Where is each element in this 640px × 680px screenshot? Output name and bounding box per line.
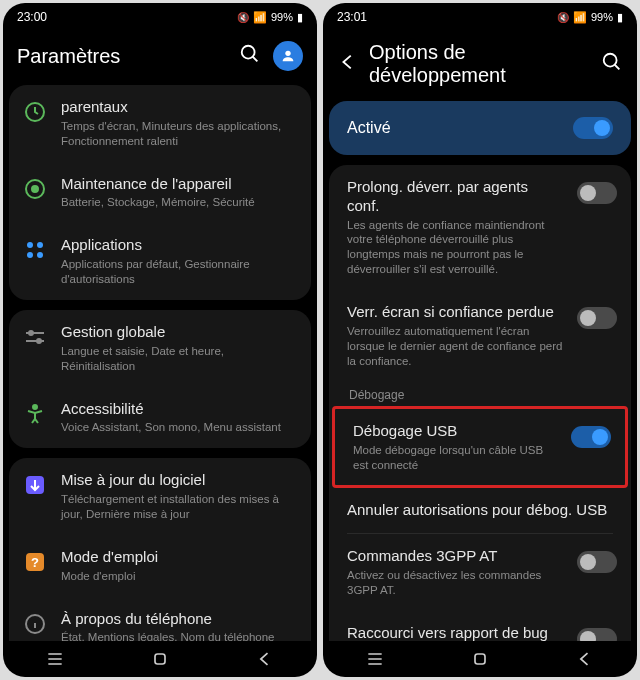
page-title: Paramètres xyxy=(17,45,233,68)
account-avatar[interactable] xyxy=(273,41,303,71)
row-bugreport-shortcut[interactable]: Raccourci vers rapport de bugInclure un … xyxy=(329,611,631,641)
svg-point-12 xyxy=(29,331,33,335)
section-label: Débogage xyxy=(329,382,631,406)
row-subtitle: Applications par défaut, Gestionnaire d'… xyxy=(61,257,297,287)
battery-icon: ▮ xyxy=(297,11,303,24)
info-icon xyxy=(23,612,47,636)
master-toggle[interactable] xyxy=(573,117,613,139)
settings-row-apps[interactable]: ApplicationsApplications par défaut, Ges… xyxy=(9,223,311,300)
row-lock-on-trust-lost[interactable]: Verr. écran si confiance perdueVerrouill… xyxy=(329,290,631,382)
row-subtitle: État, Mentions légales, Nom du téléphone xyxy=(61,630,297,641)
settings-row-update[interactable]: Mise à jour du logicielTéléchargement et… xyxy=(9,458,311,535)
row-title: Commandes 3GPP AT xyxy=(347,547,563,566)
battery-icon: ▮ xyxy=(617,11,623,24)
home-button[interactable] xyxy=(150,649,170,669)
settings-row-device-care[interactable]: Maintenance de l'appareilBatterie, Stock… xyxy=(9,162,311,224)
clock: 23:01 xyxy=(337,10,367,24)
row-title: À propos du téléphone xyxy=(61,610,297,629)
svg-point-14 xyxy=(33,405,37,409)
svg-point-5 xyxy=(32,186,38,192)
row-title: Maintenance de l'appareil xyxy=(61,175,297,194)
parental-icon xyxy=(23,100,47,124)
sliders-icon xyxy=(23,325,47,349)
row-usb-debugging[interactable]: Débogage USBMode débogage lorsqu'un câbl… xyxy=(335,409,625,486)
row-title: Débogage USB xyxy=(353,422,557,441)
battery-percent: 99% xyxy=(271,11,293,23)
row-revoke-usb-auth[interactable]: Annuler autorisations pour débog. USB xyxy=(329,488,631,533)
phone-developer-options: 23:01 🔇 📶 99% ▮ Options de développement… xyxy=(323,3,637,677)
row-subtitle: Activez ou désactivez les commandes 3GPP… xyxy=(347,568,563,598)
master-toggle-band: Activé xyxy=(329,101,631,155)
battery-percent: 99% xyxy=(591,11,613,23)
row-subtitle: Batterie, Stockage, Mémoire, Sécurité xyxy=(61,195,297,210)
settings-group: parentauxTemps d'écran, Minuteurs des ap… xyxy=(9,85,311,300)
update-icon xyxy=(23,473,47,497)
svg-point-0 xyxy=(242,46,255,59)
recents-button[interactable] xyxy=(45,649,65,669)
nav-bar xyxy=(323,641,637,677)
back-button[interactable] xyxy=(255,649,275,669)
svg-point-25 xyxy=(604,54,617,67)
row-title: Accessibilité xyxy=(61,400,297,419)
dev-options-header: Options de développement xyxy=(323,31,637,101)
row-title: Applications xyxy=(61,236,297,255)
toggle[interactable] xyxy=(577,628,617,641)
clock: 23:00 xyxy=(17,10,47,24)
row-subtitle: Langue et saisie, Date et heure, Réiniti… xyxy=(61,344,297,374)
row-title: Gestion globale xyxy=(61,323,297,342)
status-icons: 🔇 📶 99% ▮ xyxy=(237,11,303,24)
status-bar: 23:01 🔇 📶 99% ▮ xyxy=(323,3,637,31)
manual-icon: ? xyxy=(23,550,47,574)
svg-point-2 xyxy=(285,51,290,56)
apps-icon xyxy=(23,238,47,262)
toggle[interactable] xyxy=(577,551,617,573)
row-title: Prolong. déverr. par agents conf. xyxy=(347,178,563,216)
svg-point-8 xyxy=(27,252,33,258)
back-button[interactable] xyxy=(575,649,595,669)
svg-point-9 xyxy=(37,252,43,258)
recents-button[interactable] xyxy=(365,649,385,669)
search-icon[interactable] xyxy=(601,51,623,77)
search-icon[interactable] xyxy=(239,43,261,69)
svg-point-13 xyxy=(37,339,41,343)
toggle[interactable] xyxy=(577,182,617,204)
row-subtitle: Les agents de confiance maintiendront vo… xyxy=(347,218,563,278)
row-subtitle: Verrouillez automatiquement l'écran lors… xyxy=(347,324,563,369)
highlight-box: Débogage USBMode débogage lorsqu'un câbl… xyxy=(332,406,628,489)
settings-row-manual[interactable]: ? Mode d'emploiMode d'emploi xyxy=(9,535,311,597)
page-title: Options de développement xyxy=(369,41,595,87)
signal-icon: 📶 xyxy=(573,11,587,24)
phone-settings: 23:00 🔇 📶 99% ▮ Paramètres parentauxTemp… xyxy=(3,3,317,677)
dev-group: Prolong. déverr. par agents conf.Les age… xyxy=(329,165,631,641)
row-title: Raccourci vers rapport de bug xyxy=(347,624,563,641)
settings-row-accessibility[interactable]: AccessibilitéVoice Assistant, Son mono, … xyxy=(9,387,311,449)
back-icon[interactable] xyxy=(337,51,359,77)
signal-icon: 📶 xyxy=(253,11,267,24)
row-subtitle: Téléchargement et installation des mises… xyxy=(61,492,297,522)
svg-line-26 xyxy=(615,65,620,70)
svg-line-1 xyxy=(253,57,258,62)
device-care-icon xyxy=(23,177,47,201)
mute-icon: 🔇 xyxy=(557,12,569,23)
row-title: Mode d'emploi xyxy=(61,548,297,567)
accessibility-icon xyxy=(23,402,47,426)
row-subtitle: Voice Assistant, Son mono, Menu assistan… xyxy=(61,420,297,435)
nav-bar xyxy=(3,641,317,677)
row-subtitle: Mode débogage lorsqu'un câble USB est co… xyxy=(353,443,557,473)
activated-label: Activé xyxy=(347,118,559,138)
row-trusted-agents-extend[interactable]: Prolong. déverr. par agents conf.Les age… xyxy=(329,165,631,290)
settings-row-parental[interactable]: parentauxTemps d'écran, Minuteurs des ap… xyxy=(9,85,311,162)
row-title: Mise à jour du logiciel xyxy=(61,471,297,490)
status-bar: 23:00 🔇 📶 99% ▮ xyxy=(3,3,317,31)
row-activated[interactable]: Activé xyxy=(329,101,631,155)
settings-row-about[interactable]: À propos du téléphoneÉtat, Mentions léga… xyxy=(9,597,311,641)
toggle[interactable] xyxy=(577,307,617,329)
usb-debugging-toggle[interactable] xyxy=(571,426,611,448)
settings-row-general[interactable]: Gestion globaleLangue et saisie, Date et… xyxy=(9,310,311,387)
svg-text:?: ? xyxy=(31,555,39,570)
home-button[interactable] xyxy=(470,649,490,669)
row-3gpp-at[interactable]: Commandes 3GPP ATActivez ou désactivez l… xyxy=(329,534,631,611)
row-title: parentaux xyxy=(61,98,297,117)
settings-header: Paramètres xyxy=(3,31,317,85)
row-title: Verr. écran si confiance perdue xyxy=(347,303,563,322)
